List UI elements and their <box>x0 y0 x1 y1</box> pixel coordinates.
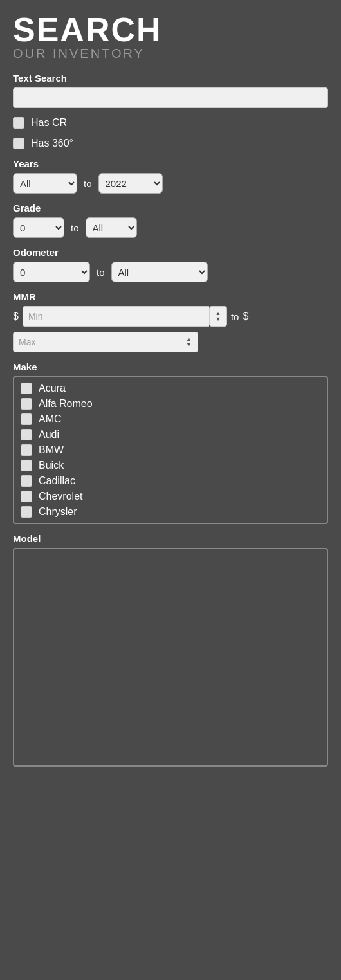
make-checkbox-alfa-romeo[interactable] <box>21 398 32 410</box>
mmr-max-spinner[interactable]: ▲ ▼ <box>180 332 198 352</box>
mmr-label: MMR <box>13 291 328 302</box>
make-item-chrysler[interactable]: Chrysler <box>21 506 320 518</box>
years-label: Years <box>13 158 328 169</box>
make-label-amc: AMC <box>39 413 62 425</box>
make-item-amc[interactable]: AMC <box>21 413 320 425</box>
has-cr-label: Has CR <box>31 117 67 129</box>
has-cr-row: Has CR <box>13 117 328 129</box>
make-list-box: Acura Alfa Romeo AMC Audi BMW Buick <box>13 376 328 524</box>
odometer-label: Odometer <box>13 247 328 258</box>
mmr-section: MMR $ ▲ ▼ to $ ▲ ▼ <box>13 291 328 352</box>
odometer-to-label: to <box>97 267 105 278</box>
mmr-down-arrow-icon: ▼ <box>215 316 221 322</box>
make-label: Make <box>13 361 328 372</box>
make-item-buick[interactable]: Buick <box>21 460 320 471</box>
mmr-dollar-min: $ <box>13 311 19 322</box>
make-item-bmw[interactable]: BMW <box>21 444 320 456</box>
make-label-chrysler: Chrysler <box>39 506 77 518</box>
page-container: SEARCH OUR INVENTORY Text Search Has CR … <box>0 0 341 980</box>
years-from-select[interactable]: All 2000200120022003 2004200520062007 20… <box>13 173 77 194</box>
make-checkbox-acura[interactable] <box>21 383 32 394</box>
grade-to-select[interactable]: All 12345 <box>86 217 137 238</box>
odometer-range-row: 0 10000200003000040000 5000075000100000 … <box>13 262 328 282</box>
mmr-min-wrap: ▲ ▼ <box>23 306 227 327</box>
model-list-box[interactable] <box>13 548 328 767</box>
grade-range-row: 0 12345 to All 12345 <box>13 217 328 238</box>
grade-to-label: to <box>71 222 79 233</box>
make-label-buick: Buick <box>39 460 64 471</box>
make-label-audi: Audi <box>39 429 59 440</box>
make-checkbox-audi[interactable] <box>21 429 32 440</box>
make-checkbox-bmw[interactable] <box>21 444 32 456</box>
make-item-acura[interactable]: Acura <box>21 383 320 394</box>
has-360-label: Has 360° <box>31 138 73 149</box>
odometer-to-select[interactable]: All 10000200003000040000 500007500010000… <box>111 262 208 282</box>
make-checkbox-chrysler[interactable] <box>21 506 32 518</box>
has-cr-checkbox[interactable] <box>13 117 24 129</box>
mmr-min-input[interactable] <box>23 306 209 327</box>
make-item-chevrolet[interactable]: Chevrolet <box>21 491 320 502</box>
page-title: SEARCH OUR INVENTORY <box>13 13 328 61</box>
mmr-max-input[interactable] <box>13 332 180 352</box>
grade-from-select[interactable]: 0 12345 <box>13 217 64 238</box>
mmr-to-label: to <box>231 311 239 322</box>
mmr-max-down-arrow-icon: ▼ <box>186 342 192 348</box>
make-label-acura: Acura <box>39 383 66 394</box>
mmr-bottom-row: ▲ ▼ <box>13 332 328 352</box>
years-range-row: All 2000200120022003 2004200520062007 20… <box>13 173 328 194</box>
model-section: Model <box>13 533 328 767</box>
make-label-cadillac: Cadillac <box>39 475 75 487</box>
make-checkbox-buick[interactable] <box>21 460 32 471</box>
mmr-max-wrap: ▲ ▼ <box>13 332 198 352</box>
years-to-select[interactable]: All 2000200120022003 2004200520062007 20… <box>98 173 163 194</box>
model-label: Model <box>13 533 328 544</box>
make-checkbox-chevrolet[interactable] <box>21 491 32 502</box>
make-label-alfa-romeo: Alfa Romeo <box>39 398 93 410</box>
title-search: SEARCH <box>13 13 328 46</box>
make-checkbox-cadillac[interactable] <box>21 475 32 487</box>
text-search-label: Text Search <box>13 73 328 84</box>
mmr-dollar-max-inline: $ <box>243 311 248 322</box>
make-section: Make Acura Alfa Romeo AMC Audi BMW <box>13 361 328 524</box>
make-label-chevrolet: Chevrolet <box>39 491 82 502</box>
has-360-checkbox[interactable] <box>13 138 24 149</box>
mmr-min-spinner[interactable]: ▲ ▼ <box>209 306 227 327</box>
make-label-bmw: BMW <box>39 444 64 456</box>
make-item-cadillac[interactable]: Cadillac <box>21 475 320 487</box>
has-360-row: Has 360° <box>13 138 328 149</box>
make-checkbox-amc[interactable] <box>21 413 32 425</box>
make-item-alfa-romeo[interactable]: Alfa Romeo <box>21 398 320 410</box>
mmr-top-row: $ ▲ ▼ to $ <box>13 306 328 327</box>
grade-label: Grade <box>13 203 328 213</box>
years-to-label: to <box>84 178 92 189</box>
make-item-audi[interactable]: Audi <box>21 429 320 440</box>
odometer-from-select[interactable]: 0 10000200003000040000 5000075000100000 <box>13 262 90 282</box>
text-search-input[interactable] <box>13 87 328 108</box>
title-subtitle: OUR INVENTORY <box>13 46 328 61</box>
